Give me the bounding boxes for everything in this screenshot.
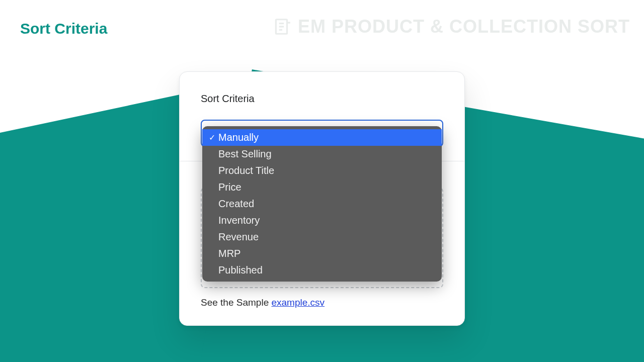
dropdown-option-label: Created bbox=[218, 198, 254, 210]
dropdown-option[interactable]: ✓Manually bbox=[202, 129, 442, 146]
dropdown-option[interactable]: ✓Inventory bbox=[202, 212, 442, 229]
dropdown-option-label: Revenue bbox=[218, 231, 259, 243]
document-icon bbox=[273, 17, 292, 36]
sort-criteria-label: Sort Criteria bbox=[201, 93, 443, 105]
sample-prefix: See the Sample bbox=[201, 297, 271, 308]
dropdown-option[interactable]: ✓Price bbox=[202, 179, 442, 196]
dropdown-option-label: Product Title bbox=[218, 165, 274, 176]
dropdown-option[interactable]: ✓Revenue bbox=[202, 229, 442, 245]
check-icon: ✓ bbox=[207, 133, 216, 142]
page-title: Sort Criteria bbox=[20, 20, 107, 37]
dropdown-option[interactable]: ✓MRP bbox=[202, 245, 442, 262]
dropdown-option-label: Manually bbox=[218, 132, 259, 143]
dropdown-option-label: Price bbox=[218, 182, 242, 193]
dropdown-option[interactable]: ✓Product Title bbox=[202, 162, 442, 179]
dropdown-option-label: Published bbox=[218, 264, 263, 276]
sample-text: See the Sample example.csv bbox=[201, 297, 443, 308]
brand-watermark-text: EM PRODUCT & COLLECTION SORT bbox=[298, 16, 630, 37]
dropdown-option-label: Inventory bbox=[218, 215, 260, 226]
sample-link[interactable]: example.csv bbox=[271, 297, 325, 308]
dropdown-option[interactable]: ✓Published bbox=[202, 262, 442, 279]
dropdown-option[interactable]: ✓Created bbox=[202, 196, 442, 212]
brand-watermark: EM PRODUCT & COLLECTION SORT bbox=[273, 16, 630, 37]
dropdown-option[interactable]: ✓Best Selling bbox=[202, 146, 442, 162]
dropdown-option-label: MRP bbox=[218, 248, 240, 259]
sort-criteria-dropdown[interactable]: ✓Manually✓Best Selling✓Product Title✓Pri… bbox=[202, 126, 442, 282]
dropdown-option-label: Best Selling bbox=[218, 148, 272, 160]
